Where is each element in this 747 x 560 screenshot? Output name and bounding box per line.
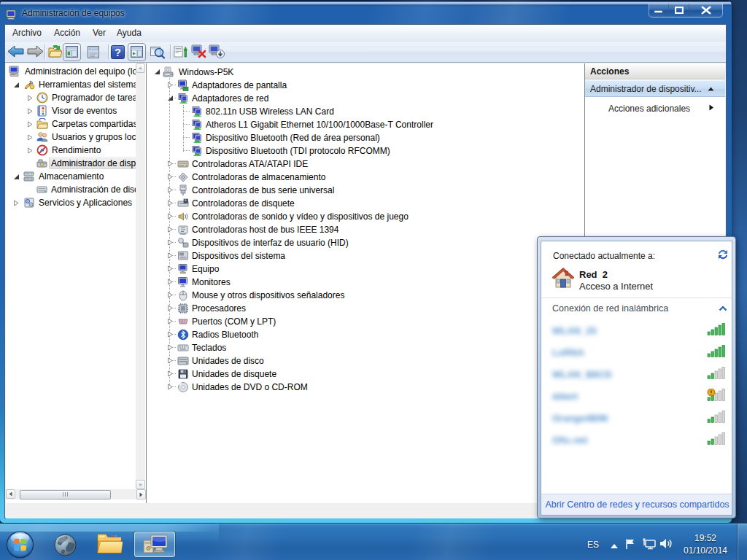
svg-text:?: ? bbox=[115, 47, 121, 58]
